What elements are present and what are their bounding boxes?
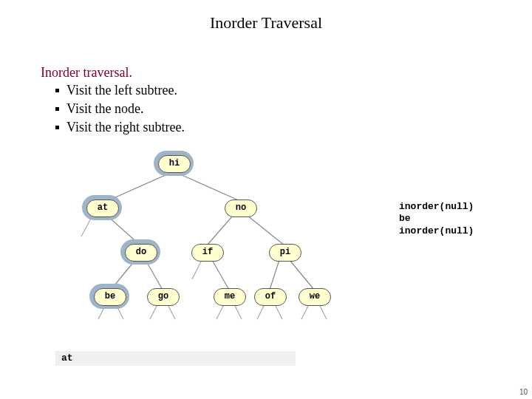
- svg-line-7: [146, 260, 163, 290]
- node-label: of: [254, 288, 287, 306]
- svg-line-5: [248, 216, 284, 245]
- node-me: me: [214, 288, 245, 304]
- svg-line-8: [192, 260, 202, 279]
- node-label: go: [147, 288, 180, 306]
- bullet-text: Visit the left subtree.: [66, 83, 177, 98]
- svg-line-14: [150, 304, 157, 319]
- node-we: we: [299, 288, 330, 304]
- bullet-item: Visit the left subtree.: [55, 83, 185, 98]
- node-hi: hi: [158, 155, 189, 171]
- node-of: of: [254, 288, 285, 304]
- node-label: at: [86, 200, 119, 217]
- svg-line-19: [275, 304, 282, 319]
- node-label: no: [225, 200, 257, 217]
- bullet-item: Visit the right subtree.: [55, 120, 185, 135]
- output-text: at: [61, 352, 73, 364]
- lead-text: Inorder traversal.: [41, 65, 132, 81]
- node-at: at: [86, 200, 117, 216]
- node-label: be: [94, 288, 126, 306]
- svg-line-18: [257, 304, 265, 319]
- node-label: pi: [269, 244, 301, 262]
- node-label: me: [214, 288, 246, 306]
- bullet-icon: [55, 89, 59, 92]
- svg-line-15: [168, 304, 175, 319]
- svg-line-9: [212, 260, 229, 290]
- node-go: go: [147, 288, 178, 304]
- node-label: do: [125, 244, 157, 262]
- output-bar: at: [55, 351, 296, 366]
- call-stack-text: inorder(null) be inorder(null): [399, 201, 474, 237]
- bullet-list: Visit the left subtree. Visit the node. …: [55, 83, 185, 138]
- bullet-icon: [55, 126, 59, 129]
- page-title: Inorder Traversal: [0, 13, 532, 33]
- slide: Inorder Traversal Inorder traversal. Vis…: [0, 0, 532, 399]
- node-be: be: [94, 288, 125, 304]
- svg-line-20: [301, 304, 309, 319]
- bullet-text: Visit the node.: [66, 101, 143, 117]
- node-label: we: [299, 288, 331, 306]
- tree-diagram: hi at no do if pi be go me of we: [41, 155, 395, 325]
- svg-line-16: [216, 304, 224, 319]
- svg-line-11: [290, 260, 314, 290]
- svg-line-21: [319, 304, 327, 319]
- svg-line-10: [270, 260, 279, 290]
- node-do: do: [125, 244, 156, 260]
- bullet-item: Visit the node.: [55, 101, 185, 117]
- svg-line-0: [107, 171, 174, 201]
- node-no: no: [225, 200, 256, 216]
- node-label: hi: [158, 155, 191, 173]
- node-pi: pi: [269, 244, 300, 260]
- node-if: if: [191, 244, 222, 260]
- bullet-text: Visit the right subtree.: [66, 120, 185, 135]
- svg-line-1: [174, 171, 240, 201]
- svg-line-17: [234, 304, 242, 319]
- node-label: if: [191, 244, 224, 262]
- svg-line-4: [207, 216, 233, 245]
- bullet-icon: [55, 107, 59, 111]
- page-number: 10: [519, 388, 528, 396]
